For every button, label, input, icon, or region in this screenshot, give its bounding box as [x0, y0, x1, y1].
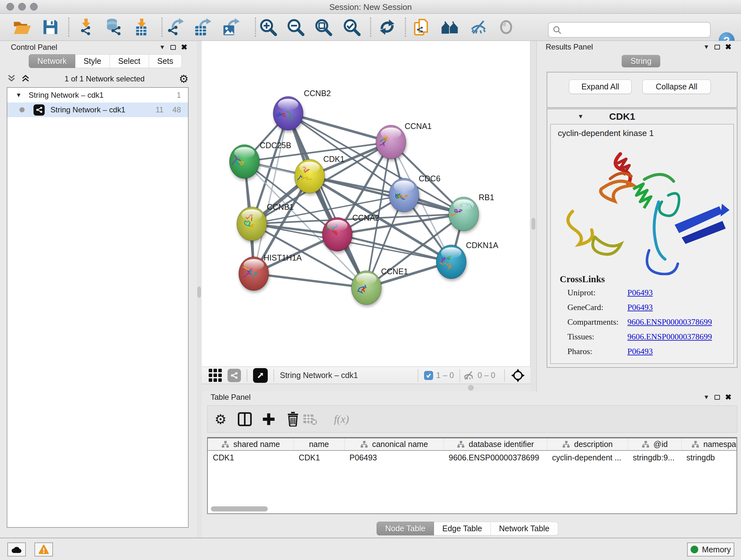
crosslink-link[interactable]: 9606.ENSP00000378699	[627, 317, 712, 327]
panel-close-icon[interactable]: ✖	[181, 44, 187, 51]
table-settings-gear-icon[interactable]: ⚙	[214, 411, 226, 427]
node-ccne1[interactable]	[351, 271, 381, 305]
import-network-database-icon[interactable]	[103, 17, 124, 38]
import-table-icon[interactable]	[131, 17, 152, 38]
warning-button[interactable]	[35, 543, 53, 557]
panel-close-icon[interactable]: ✖	[725, 393, 731, 401]
edge[interactable]	[288, 113, 391, 142]
node-cdc25b[interactable]	[229, 145, 259, 179]
tab-string[interactable]: String	[622, 55, 660, 67]
open-session-icon[interactable]	[12, 17, 33, 38]
panel-float-icon[interactable]	[715, 45, 720, 50]
panel-float-icon[interactable]	[171, 45, 176, 50]
panel-menu-icon[interactable]: ▼	[159, 44, 165, 51]
node-ccna2[interactable]	[322, 217, 352, 251]
clone-network-icon[interactable]	[411, 17, 432, 38]
show-columns-icon[interactable]	[238, 412, 252, 427]
node-ccnb2[interactable]	[273, 97, 303, 130]
panel-menu-icon[interactable]: ▼	[703, 394, 710, 401]
column-header-name[interactable]: name	[293, 438, 344, 450]
crosshair-icon[interactable]	[511, 368, 525, 383]
search-input[interactable]	[562, 25, 710, 35]
crosslink-link[interactable]: P06493	[627, 303, 653, 312]
hide-selected-eye-icon[interactable]	[468, 17, 489, 38]
save-session-icon[interactable]	[40, 17, 61, 38]
refresh-icon[interactable]	[377, 17, 398, 38]
cloud-button[interactable]	[7, 543, 26, 557]
table-cell[interactable]: CDK1	[293, 450, 344, 464]
horizontal-scrollbar[interactable]	[211, 506, 268, 511]
crosslink-link[interactable]: P06493	[627, 288, 653, 298]
tab-network[interactable]: Network	[29, 54, 75, 68]
birdseye-view-icon[interactable]	[253, 368, 268, 383]
tab-node-table[interactable]: Node Table	[377, 522, 434, 536]
crosslink-link[interactable]: P06493	[627, 347, 653, 356]
tab-network-table[interactable]: Network Table	[491, 522, 558, 536]
zoom-in-icon[interactable]	[258, 17, 279, 38]
zoom-out-icon[interactable]	[285, 17, 306, 38]
zoom-selected-icon[interactable]	[341, 17, 362, 38]
network-grid-icon[interactable]	[209, 369, 222, 382]
divider-handle[interactable]	[532, 218, 535, 230]
column-header-namespace[interactable]: namespace	[681, 438, 737, 450]
column-header-database-identifier[interactable]: database identifier	[444, 438, 547, 450]
expand-all-icon[interactable]	[21, 73, 30, 84]
table-cell[interactable]: CDK1	[208, 450, 293, 464]
node-ccnb1[interactable]	[237, 207, 267, 241]
column-header--id[interactable]: @id	[628, 438, 681, 450]
table-cell[interactable]: P06493	[344, 450, 444, 464]
gene-header-row[interactable]: ▼ CDK1	[547, 109, 737, 124]
crosslink-link[interactable]: 9606.ENSP00000378699	[627, 332, 712, 341]
network-row[interactable]: String Network – cdk1 11 48	[7, 103, 188, 117]
panel-menu-icon[interactable]: ▼	[703, 44, 710, 51]
show-hidden-eye-icon[interactable]	[495, 17, 517, 38]
node-table[interactable]: shared namenamecanonical namedatabase id…	[207, 437, 737, 514]
selected-checkbox-icon[interactable]	[424, 371, 433, 380]
table-cell[interactable]: cyclin-dependent ...	[547, 450, 628, 464]
column-header-canonical-name[interactable]: canonical name	[344, 438, 444, 450]
right-panel-divider[interactable]	[530, 41, 536, 391]
import-network-file-icon[interactable]	[76, 17, 97, 38]
add-column-icon[interactable]	[262, 412, 276, 426]
edge[interactable]	[254, 273, 366, 288]
delete-column-icon[interactable]	[286, 412, 300, 427]
show-all-houses-icon[interactable]	[440, 17, 461, 38]
export-network-icon[interactable]	[165, 17, 186, 38]
zoom-fit-icon[interactable]	[313, 17, 334, 38]
memory-button[interactable]: Memory	[687, 543, 734, 557]
network-canvas[interactable]: CCNB2CCNA1CDC25BCDK1CDC6RB1CCNB1CCNA2CDK…	[202, 41, 530, 367]
collection-expand-icon[interactable]: ▼	[16, 91, 22, 99]
divider-handle[interactable]	[198, 287, 201, 298]
function-builder-icon[interactable]: f(x)	[334, 413, 349, 425]
string-view-icon[interactable]	[227, 369, 241, 382]
export-image-icon[interactable]	[220, 17, 242, 38]
node-rb1[interactable]	[449, 197, 479, 231]
search-field[interactable]	[548, 22, 711, 38]
collapse-all-button[interactable]: Collapse All	[643, 79, 711, 94]
tab-edge-table[interactable]: Edge Table	[434, 522, 491, 536]
tab-select[interactable]: Select	[110, 54, 149, 68]
panel-float-icon[interactable]	[715, 395, 720, 400]
node-cdc6[interactable]	[389, 178, 419, 212]
delete-table-icon[interactable]	[303, 413, 318, 425]
table-row[interactable]: CDK1CDK1P064939606.ENSP00000378699cyclin…	[208, 450, 737, 464]
horizontal-splitter[interactable]	[202, 384, 530, 391]
table-cell[interactable]: stringdb	[681, 450, 737, 464]
gene-collapse-icon[interactable]: ▼	[578, 113, 584, 120]
collapse-all-icon[interactable]	[7, 73, 16, 84]
node-ccna1[interactable]	[376, 125, 406, 159]
left-panel-divider[interactable]	[197, 41, 202, 538]
column-header-shared-name[interactable]: shared name	[208, 438, 293, 450]
table-cell[interactable]: stringdb:9...	[628, 450, 681, 464]
tab-style[interactable]: Style	[75, 54, 110, 68]
tab-sets[interactable]: Sets	[149, 54, 182, 68]
table-cell[interactable]: 9606.ENSP00000378699	[444, 450, 547, 464]
node-cdkn1a[interactable]	[436, 245, 466, 279]
panel-close-icon[interactable]: ✖	[725, 43, 731, 51]
edge[interactable]	[254, 113, 288, 273]
expand-all-button[interactable]: Expand All	[569, 79, 631, 94]
column-header-description[interactable]: description	[547, 438, 628, 450]
network-options-gear-icon[interactable]: ⚙	[179, 73, 189, 84]
export-table-icon[interactable]	[192, 17, 213, 38]
network-collection-row[interactable]: ▼ String Network – cdk1 1	[7, 88, 188, 103]
